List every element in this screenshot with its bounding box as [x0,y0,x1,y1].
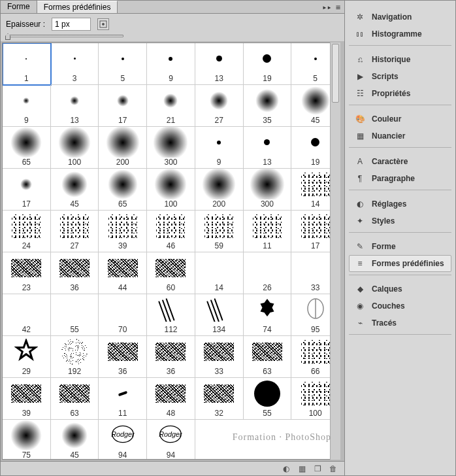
thickness-input[interactable] [52,18,91,31]
brush-preset[interactable]: 36 [99,336,147,378]
side-item-couches[interactable]: ◉Couches [349,298,451,314]
trash-icon[interactable]: 🗑 [329,464,338,473]
brush-preset[interactable]: 100 [147,169,195,211]
brush-preset[interactable]: 65 [3,127,51,169]
collapse-icon[interactable]: ▸▸ [321,3,333,12]
brush-preset[interactable]: 1 [3,43,51,85]
scrollbar[interactable] [330,42,340,460]
histogram-icon: ⫾⫾ [355,29,365,39]
slider-thumb[interactable] [5,33,10,40]
brush-preset[interactable]: 32 [195,378,244,420]
brush-preset[interactable]: 11 [244,211,292,252]
brush-preset[interactable]: 70 [99,294,147,336]
brush-size-label: 46 [167,241,175,250]
brush-preset[interactable]: 55 [51,294,99,336]
brush-preset[interactable]: 11 [99,378,147,420]
side-item-nuancier[interactable]: ▦Nuancier [349,128,451,144]
side-item-scripts[interactable]: ▶Scripts [349,68,451,85]
side-item-navigation[interactable]: ✲Navigation [349,8,451,26]
preset-grid-scroll[interactable]: 1359131959131721273545651002003009131917… [2,42,340,460]
side-item-forme[interactable]: ✎Forme [349,238,451,255]
brush-preset[interactable]: 36 [51,252,99,294]
brush-size-label: 63 [263,367,271,376]
brush-preset[interactable]: 45 [51,169,99,211]
side-item-couleur[interactable]: 🎨Couleur [349,110,451,128]
brush-preset[interactable]: 13 [195,43,244,85]
brush-preset[interactable]: 9 [195,127,244,169]
side-item-formes-prédéfinies[interactable]: ≡Formes prédéfinies [349,255,451,272]
side-item-styles[interactable]: ✦Styles [349,212,451,230]
brush-preset[interactable]: 60 [147,252,195,294]
brush-preset[interactable]: 59 [195,211,244,252]
brush-preset[interactable]: Rodger94 [99,420,147,460]
brush-preset[interactable]: 200 [195,169,244,211]
brush-preset[interactable]: 36 [147,336,195,378]
brush-preset[interactable]: 46 [147,211,195,252]
para-icon: ¶ [355,173,365,184]
save-icon[interactable]: ▦ [297,464,306,473]
brush-preset[interactable]: 300 [244,169,292,211]
brush-size-label: 11 [118,409,127,418]
brush-preset[interactable]: 100 [51,127,99,169]
brush-preset[interactable]: 5 [99,43,147,85]
side-item-caractère[interactable]: ACaractère [349,153,451,170]
brush-preset[interactable]: 3 [51,43,99,85]
brush-preset[interactable]: 112 [147,294,195,336]
brush-preset[interactable]: 13 [51,85,99,127]
side-item-calques[interactable]: ◆Calques [349,280,451,298]
visibility-icon[interactable]: ◐ [282,464,291,473]
brush-preset[interactable]: 17 [3,169,51,211]
side-item-historique[interactable]: ⎌Historique [349,51,451,68]
brush-preset[interactable]: 55 [244,378,292,420]
side-item-réglages[interactable]: ◐Réglages [349,196,451,212]
brush-preset[interactable]: 26 [244,252,292,294]
brush-preset[interactable]: 74 [244,294,292,336]
brush-preset[interactable]: 17 [99,85,147,127]
brush-preset[interactable]: 35 [244,85,292,127]
brush-preset[interactable]: 200 [99,127,147,169]
brush-preset[interactable]: 48 [147,378,195,420]
side-item-label: Styles [372,216,395,226]
side-item-label: Scripts [372,72,399,81]
brush-preset[interactable]: 63 [51,378,99,420]
brush-preset[interactable]: Rodger94 [147,420,195,460]
side-item-paragraphe[interactable]: ¶Paragraphe [349,170,451,187]
brush-preset[interactable]: 192 [51,336,99,378]
side-item-tracés[interactable]: ⌁Tracés [349,314,451,332]
brush-preset[interactable]: 39 [3,378,51,420]
tab-formes-predefinies[interactable]: Formes prédéfinies [37,1,118,13]
menu-icon[interactable]: ≡ [334,3,342,12]
side-item-propriétés[interactable]: ☷Propriétés [349,85,451,102]
side-item-label: Formes prédéfinies [372,259,444,268]
brush-size-label: 39 [118,241,127,250]
scrollbar-thumb[interactable] [332,44,339,103]
brush-preset[interactable]: 300 [147,127,195,169]
brush-preset[interactable]: 39 [99,211,147,252]
brush-preset[interactable]: 45 [51,420,99,460]
brush-preset[interactable]: 65 [99,169,147,211]
brush-preset[interactable]: 24 [3,211,51,252]
brush-preset[interactable]: 21 [147,85,195,127]
new-icon[interactable]: ❐ [313,464,322,473]
brush-preset[interactable]: 23 [3,252,51,294]
brush-preset[interactable]: 9 [147,43,195,85]
brush-preset[interactable]: 63 [244,336,292,378]
brush-size-label: 100 [164,199,177,209]
brush-preset[interactable]: 19 [244,43,292,85]
side-item-histogramme[interactable]: ⫾⫾Histogramme [349,26,451,42]
brush-preset[interactable]: 44 [99,252,147,294]
brush-preset[interactable]: 9 [3,85,51,127]
brush-preset[interactable]: 27 [51,211,99,252]
brush-size-label: 33 [311,283,319,292]
thickness-slider[interactable] [6,35,123,37]
brush-preset[interactable]: 29 [3,336,51,378]
brush-preset[interactable]: 27 [195,85,244,127]
brush-preset[interactable]: 33 [195,336,244,378]
brush-preset[interactable]: 42 [3,294,51,336]
brush-preset[interactable]: 14 [195,252,244,294]
toggle-preview-icon[interactable] [97,18,109,30]
tab-forme[interactable]: Forme [1,1,37,13]
brush-preset[interactable]: 75 [3,420,51,460]
brush-preset[interactable]: 13 [244,127,292,169]
brush-preset[interactable]: 134 [195,294,244,336]
